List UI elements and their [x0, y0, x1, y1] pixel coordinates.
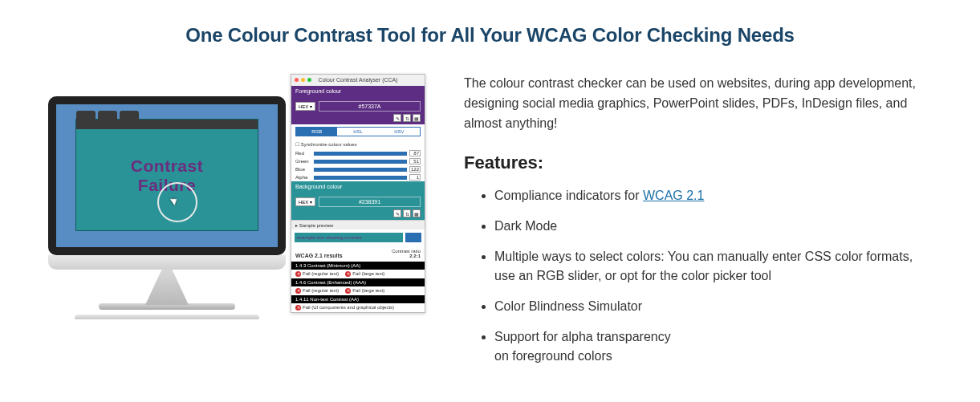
- cca-panel: Colour Contrast Analyser (CCA) Foregroun…: [291, 74, 425, 313]
- swap-icon: ⇅: [403, 114, 411, 122]
- tab-hsv: HSV: [379, 128, 420, 136]
- bg-label: Background colour: [291, 181, 425, 192]
- bg-hex-value: #238391: [319, 197, 421, 207]
- browser-tabs: [76, 111, 141, 120]
- eyedropper-icon: ✎: [393, 209, 401, 217]
- browser-window: ContrastFailure: [75, 119, 258, 231]
- results-heading: WCAG 2.1 results Contrast ratio2.2:1: [291, 246, 425, 262]
- sample-preview: example text showing contrast: [291, 229, 425, 246]
- fg-hex-value: #57337A: [319, 101, 421, 112]
- features-heading: Features:: [464, 152, 932, 173]
- bg-tool-icons: ✎⇅▦: [295, 209, 421, 217]
- rule-1-4-11-result: ✕Fail (UI components and graphical objec…: [291, 303, 425, 312]
- color-model-tabs: RGB HSL HSV: [295, 127, 421, 136]
- tab-rgb: RGB: [296, 128, 337, 136]
- background-section: Background colour HEX ▾ #238391 ✎⇅▦: [291, 181, 425, 220]
- swatch-icon: ▦: [413, 114, 421, 122]
- rule-1-4-3-result: ✕Fail (regular text)✕Fail (large text): [291, 270, 425, 278]
- eyedropper-icon: ✎: [393, 114, 401, 122]
- sample-text: example text showing contrast: [295, 233, 403, 242]
- hex-select-bg: HEX ▾: [295, 197, 315, 206]
- feature-item: Color Blindness Simulator: [494, 297, 932, 316]
- hero-illustration: ContrastFailure Colour: [48, 74, 425, 323]
- rule-1-4-11: 1.4.11 Non-text Contrast (AA): [291, 295, 425, 303]
- slider-alpha: Alpha1: [291, 173, 425, 181]
- imac-screen: ContrastFailure: [48, 96, 286, 255]
- fg-label: Foreground colour: [291, 86, 425, 96]
- imac-mock: ContrastFailure: [48, 96, 286, 319]
- rule-1-4-6-result: ✕Fail (regular text)✕Fail (large text): [291, 286, 425, 295]
- foreground-section: Foreground colour HEX ▾ #57337A ✎⇅▦: [291, 86, 425, 124]
- sync-checkbox: ☐ Synchronize colour values: [291, 139, 425, 149]
- feature-item: Dark Mode: [494, 217, 932, 236]
- feature-item: Support for alpha transparencyon foregro…: [494, 327, 932, 366]
- cca-window-title: Colour Contrast Analyser (CCA): [291, 75, 425, 86]
- feature-text: Compliance indicators for: [494, 189, 643, 202]
- slider-blue: Blue122: [291, 165, 425, 173]
- slider-red: Red87: [291, 149, 425, 157]
- fg-tool-icons: ✎⇅▦: [295, 114, 421, 122]
- page-title: One Colour Contrast Tool for All Your WC…: [48, 24, 932, 47]
- hex-select: HEX ▾: [295, 102, 315, 111]
- swatch-icon: ▦: [413, 209, 421, 217]
- rule-1-4-6: 1.4.6 Contrast (Enhanced) (AAA): [291, 278, 425, 286]
- swap-icon: ⇅: [403, 209, 411, 217]
- traffic-lights-icon: [295, 78, 311, 82]
- sample-preview-heading: ▸ Sample preview: [291, 220, 425, 229]
- keyboard-icon: [75, 315, 259, 319]
- rule-1-4-3: 1.4.3 Contrast (Minimum) (AA): [291, 262, 425, 270]
- slider-green: Green51: [291, 157, 425, 165]
- intro-paragraph: The colour contrast checker can be used …: [464, 74, 932, 133]
- feature-item: Multiple ways to select colors: You can …: [494, 247, 932, 286]
- feature-item: Compliance indicators for WCAG 2.1: [494, 186, 932, 205]
- tab-hsl: HSL: [337, 128, 378, 136]
- features-list: Compliance indicators for WCAG 2.1 Dark …: [464, 186, 932, 366]
- wcag-link[interactable]: WCAG 2.1: [643, 189, 704, 202]
